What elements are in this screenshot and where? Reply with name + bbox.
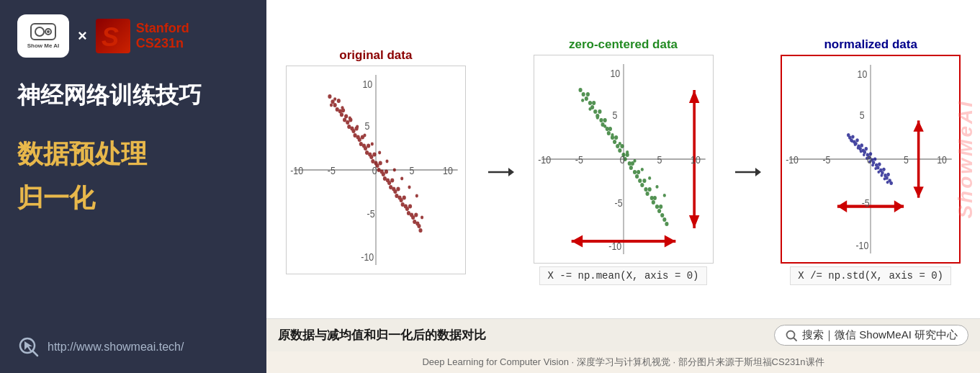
content-area: original data: [266, 0, 980, 373]
svg-point-77: [415, 194, 418, 198]
x-separator: ×: [78, 27, 87, 45]
svg-point-143: [618, 142, 621, 145]
svg-point-172: [851, 135, 855, 138]
normalized-chart-wrapper: normalized data: [767, 37, 974, 285]
footer: Deep Learning for Computer Vision · 深度学习…: [266, 351, 980, 373]
svg-point-208: [878, 171, 881, 174]
bottom-section: 原数据与减均值和归一化后的数据对比 搜索｜微信 ShowMeAI 研究中心: [266, 318, 980, 351]
svg-point-181: [865, 147, 868, 150]
svg-text:-5: -5: [575, 154, 583, 166]
svg-point-109: [613, 140, 616, 144]
svg-point-227: [787, 331, 795, 338]
stanford-course: CS231n: [136, 36, 189, 51]
svg-point-73: [385, 160, 388, 163]
svg-text:0: 0: [619, 154, 624, 166]
svg-point-33: [372, 152, 376, 156]
zero-centered-formula: X -= np.mean(X, axis = 0): [539, 266, 706, 285]
website-row: http://www.showmeai.tech/: [17, 336, 249, 359]
svg-text:-10: -10: [786, 154, 799, 166]
svg-point-187: [873, 157, 877, 161]
svg-point-68: [349, 117, 351, 120]
search-box[interactable]: 搜索｜微信 ShowMeAI 研究中心: [774, 325, 968, 346]
svg-point-96: [588, 101, 591, 105]
svg-marker-214: [894, 200, 904, 212]
svg-point-102: [599, 118, 603, 122]
svg-point-132: [655, 205, 658, 209]
svg-marker-166: [755, 168, 761, 176]
svg-point-63: [417, 224, 421, 228]
svg-point-93: [581, 92, 585, 96]
svg-point-41: [385, 169, 388, 174]
svg-point-211: [886, 181, 889, 184]
svg-point-141: [603, 125, 606, 128]
svg-text:S: S: [102, 22, 119, 50]
sub-title: 归一化: [17, 181, 249, 216]
svg-point-57: [408, 204, 412, 208]
svg-text:10: 10: [691, 154, 701, 166]
original-chart-title: original data: [339, 48, 412, 63]
caption-text: 原数据与减均值和归一化后的数据对比: [278, 327, 760, 343]
svg-point-124: [640, 183, 644, 187]
footer-text: Deep Learning for Computer Vision · 深度学习…: [422, 356, 824, 367]
svg-point-27: [364, 146, 367, 150]
normalized-formula: X /= np.std(X, axis = 0): [790, 266, 951, 285]
svg-text:5: 5: [860, 109, 865, 121]
svg-point-121: [635, 174, 639, 179]
normalized-chart-title: normalized data: [824, 37, 917, 52]
svg-point-55: [405, 207, 409, 211]
svg-text:5: 5: [364, 120, 369, 132]
search-label: 搜索｜微信 ShowMeAI 研究中心: [802, 328, 958, 342]
original-chart-plot: -10 -5 0 5 10 10 5 -5 -10: [286, 66, 466, 274]
svg-point-207: [875, 167, 878, 170]
svg-marker-151: [571, 235, 583, 248]
svg-point-175: [855, 138, 859, 142]
svg-line-2: [32, 351, 37, 356]
watermark: ShowMeAI: [951, 0, 980, 318]
svg-point-145: [633, 159, 636, 163]
svg-point-106: [606, 131, 610, 135]
svg-point-142: [611, 133, 613, 137]
stanford-text: Stanford CS231n: [136, 21, 189, 51]
svg-point-135: [660, 213, 664, 217]
svg-point-66: [333, 97, 336, 101]
svg-text:-5: -5: [614, 197, 622, 209]
svg-point-9: [337, 99, 341, 103]
svg-point-76: [408, 186, 410, 189]
svg-marker-154: [688, 90, 698, 103]
svg-point-72: [378, 151, 381, 155]
svg-point-196: [887, 173, 891, 176]
svg-point-146: [640, 168, 643, 171]
svg-marker-89: [508, 168, 514, 176]
svg-point-128: [647, 187, 651, 192]
svg-text:-5: -5: [367, 208, 374, 220]
svg-point-5: [328, 94, 331, 99]
svg-text:5: 5: [612, 109, 617, 121]
svg-point-131: [652, 196, 656, 200]
showme-logo-icon: [30, 23, 56, 40]
svg-point-65: [330, 104, 333, 107]
svg-text:0: 0: [372, 165, 377, 176]
logo-area: Show Me AI × S Stanford CS231n: [17, 14, 249, 58]
showme-logo-text: Show Me AI: [27, 42, 60, 49]
svg-point-120: [632, 170, 636, 174]
svg-point-45: [390, 178, 394, 182]
svg-text:-5: -5: [862, 197, 870, 209]
svg-point-149: [662, 194, 665, 197]
svg-point-49: [396, 186, 400, 191]
svg-point-99: [593, 109, 597, 114]
main-title: 神经网络训练技巧: [17, 81, 249, 111]
showme-logo: Show Me AI: [17, 14, 69, 58]
svg-point-101: [598, 109, 601, 114]
svg-point-136: [662, 217, 666, 222]
svg-point-69: [356, 125, 359, 129]
svg-point-23: [358, 138, 361, 142]
stanford-name: Stanford: [136, 21, 189, 36]
svg-point-147: [648, 176, 651, 180]
svg-point-104: [603, 118, 606, 122]
svg-text:0: 0: [867, 154, 872, 166]
svg-point-190: [878, 163, 881, 166]
svg-point-202: [860, 150, 863, 153]
svg-point-130: [651, 200, 655, 205]
svg-point-43: [387, 181, 391, 185]
svg-point-59: [411, 215, 415, 220]
